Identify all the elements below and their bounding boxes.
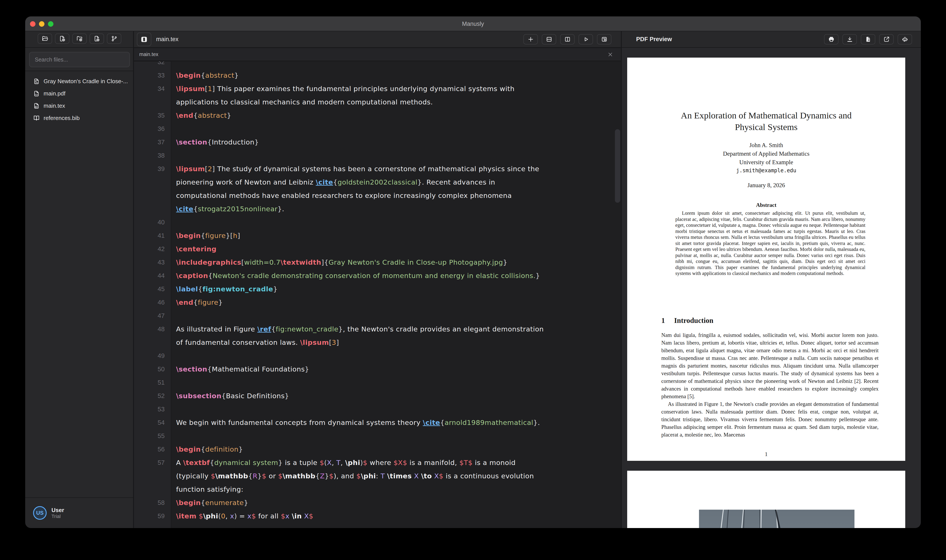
plus-icon [527,36,534,43]
line-number: 44 [134,269,171,282]
code-text: We begin with fundamental concepts from … [171,416,540,429]
file-item[interactable]: Gray Newton's Cradle in Close-... [25,75,133,87]
paper-title-line2: Physical Systems [627,122,905,132]
tab-main-tex[interactable]: main.tex [156,36,178,43]
code-text: \begin{definition} [171,443,243,456]
code-line-35[interactable]: 35\end{abstract} [134,109,621,122]
line-number: 52 [134,389,171,403]
code-line-52[interactable]: 52\subsection{Basic Definitions} [134,389,621,403]
code-line-51[interactable]: 51 [134,376,621,389]
git-branch-button[interactable] [107,34,121,44]
line-number: 58 [134,496,171,509]
new-folder-button[interactable] [72,34,87,44]
section-heading: 1Introduction [661,317,714,325]
code-editor[interactable]: 3233\begin{abstract}34\lipsum[1] This pa… [134,62,621,528]
code-text: \begin{enumerate} [171,496,248,509]
code-line-37[interactable]: 37\section{Introduction} [134,135,621,149]
code-text: \end{figure} [171,296,223,309]
code-line-53[interactable]: 53 [134,403,621,416]
code-line-46[interactable]: 46\end{figure} [134,296,621,309]
code-line-34[interactable]: 34\lipsum[1] This paper examines the fun… [134,82,621,109]
line-number: 35 [134,109,171,122]
code-line-38[interactable]: 38 [134,149,621,162]
new-file-button[interactable] [55,34,69,44]
code-line-42[interactable]: 42\centering [134,242,621,256]
code-text [171,309,176,323]
file-name: Gray Newton's Cradle in Close-... [43,78,128,85]
split-vertical-icon [564,36,571,43]
pdf-page-2 [627,471,905,528]
run-compile-button[interactable] [578,34,593,45]
line-number: 47 [134,309,171,323]
pdf-viewer[interactable]: An Exploration of Mathematical Dynamics … [622,48,921,528]
split-vertical-button[interactable] [560,34,575,45]
import-file-button[interactable] [89,34,104,44]
editor-toolbar [523,34,611,45]
assistant-button[interactable] [898,34,912,45]
download-button[interactable] [843,34,857,45]
open-external-button[interactable] [879,34,894,45]
pdf-preview-panel: PDF Preview An Exploration of Mathematic… [621,31,921,528]
code-text: \item $\phi(0, x) = x$ for all $x \in X$ [171,509,313,523]
code-line-58[interactable]: 58\begin{enumerate} [134,496,621,509]
new-tab-button[interactable] [523,34,538,45]
code-line-41[interactable]: 41\begin{figure}[h] [134,229,621,242]
close-tab-button[interactable] [608,52,613,57]
code-line-59[interactable]: 59 \item $\phi(0, x) = x$ for all $x \in… [134,509,621,523]
code-lines: 3233\begin{abstract}34\lipsum[1] This pa… [134,62,621,523]
file-item[interactable]: PDFmain.pdf [25,87,133,100]
breadcrumb[interactable]: main.tex [139,51,158,57]
code-line-47[interactable]: 47 [134,309,621,323]
paper-email: j.smith@example.edu [627,168,905,174]
split-horizontal-button[interactable] [542,34,556,45]
code-line-44[interactable]: 44\caption{Newton's cradle demonstrating… [134,269,621,282]
paragraph: Nam dui ligula, fringilla a, euismod sod… [661,331,878,400]
file-name: main.pdf [43,90,66,97]
line-number: 55 [134,429,171,443]
code-line-33[interactable]: 33\begin{abstract} [134,69,621,82]
download-icon [846,36,853,43]
line-number: 48 [134,323,171,336]
app-window: Manusly Gray Newton's Cradle in Close-..… [25,17,921,528]
user-account[interactable]: US User Trial [25,497,133,528]
code-line-48[interactable]: 48As illustrated in Figure \ref{fig:newt… [134,323,621,349]
code-line-39[interactable]: 39\lipsum[2] The study of dynamical syst… [134,162,621,215]
code-line-54[interactable]: 54We begin with fundamental concepts fro… [134,416,621,429]
code-text: \includegraphics[width=0.7\textwidth]{Gr… [171,256,508,269]
code-text: \section{Introduction} [171,135,259,149]
file-item[interactable]: main.tex [25,100,133,112]
code-line-40[interactable]: 40 [134,215,621,229]
user-name: User [51,506,64,514]
code-line-55[interactable]: 55 [134,429,621,443]
search-input[interactable] [29,52,130,67]
code-line-32[interactable]: 32 [134,62,621,69]
paper-university: University of Example [627,159,905,166]
window-title: Manusly [25,17,921,31]
external-link-icon [883,36,890,43]
section-number: 1 [661,317,665,325]
code-line-36[interactable]: 36 [134,122,621,135]
book-file-icon [33,115,40,122]
code-line-56[interactable]: 56\begin{definition} [134,443,621,456]
code-line-49[interactable]: 49 [134,349,621,363]
code-text: \subsection{Basic Definitions} [171,389,289,403]
file-item[interactable]: references.bib [25,112,133,124]
toggle-sidebar-button[interactable] [137,32,151,46]
editor-panel: main.tex main.tex 3233\begin{abstract}34… [134,31,621,528]
layout-view-button[interactable] [597,34,611,45]
code-text [171,215,176,229]
code-text: \begin{abstract} [171,69,239,82]
sidebar: Gray Newton's Cradle in Close-...PDFmain… [25,31,134,528]
sidebar-toolbar [38,34,121,44]
code-text: \section{Mathematical Foundations} [171,363,309,376]
code-line-45[interactable]: 45\label{fig:newton_cradle} [134,282,621,296]
code-line-43[interactable]: 43\includegraphics[width=0.7\textwidth]{… [134,256,621,269]
code-line-50[interactable]: 50\section{Mathematical Foundations} [134,363,621,376]
code-line-57[interactable]: 57A \textbf{dynamical system} is a tuple… [134,456,621,496]
editor-scrollbar[interactable] [615,129,620,203]
export-doc-button[interactable] [861,34,875,45]
print-button[interactable] [824,34,838,45]
code-text [171,403,176,416]
page-number: 1 [627,451,905,457]
open-folder-button[interactable] [38,34,52,44]
